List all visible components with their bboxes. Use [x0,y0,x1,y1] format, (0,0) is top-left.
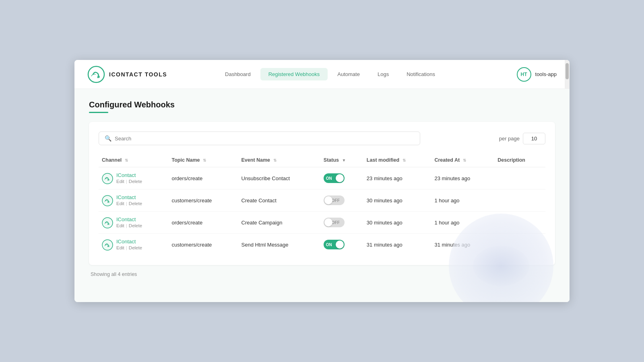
action-sep-1: | [126,201,127,206]
per-page-area: per page [499,133,545,144]
channel-name-2[interactable]: IContact [116,216,142,222]
sort-icon-last-modified[interactable]: ⇅ [402,158,406,162]
col-topic: Topic Name ⇅ [169,153,238,167]
col-event: Event Name ⇅ [238,153,320,167]
nav-dashboard[interactable]: Dashboard [217,68,259,80]
edit-link-1[interactable]: Edit [116,201,124,206]
delete-link-1[interactable]: Delete [129,201,142,206]
cell-event-2: Create Campaign [238,212,320,234]
cell-status-1: OFF [320,189,363,212]
action-sep-2: | [126,223,127,228]
main-nav: Dashboard Registered Webhooks Automate L… [168,68,492,80]
channel-name-0[interactable]: IContact [116,172,142,178]
cell-topic-2: orders/create [169,212,238,234]
table-header-row: Channel ⇅ Topic Name ⇅ Event Name ⇅ St [99,153,545,167]
toggle-label-2: OFF [332,220,340,225]
toggle-3[interactable]: ON [324,240,345,249]
delete-link-0[interactable]: Delete [129,179,142,184]
cell-topic-1: customers/create [169,189,238,212]
edit-link-3[interactable]: Edit [116,245,124,250]
cell-created-at-0: 23 minutes ago [431,167,494,189]
toggle-label-3: ON [326,243,332,247]
toggle-knob-0 [336,174,344,182]
table-card: 🔍 per page Channel ⇅ [89,122,555,265]
nav-logs[interactable]: Logs [369,68,397,80]
sort-icon-topic[interactable]: ⇅ [203,158,206,162]
channel-name-1[interactable]: IContact [116,194,142,200]
sort-icon-created-at[interactable]: ⇅ [463,158,466,162]
svg-point-7 [108,223,109,225]
col-created-at: Created At ⇅ [431,153,494,167]
table-row: IContact Edit | Delete orders/create Uns… [99,167,545,189]
svg-point-5 [108,201,109,203]
edit-link-0[interactable]: Edit [116,179,124,184]
user-name: tools-app [535,71,557,77]
cell-status-0: ON [320,167,363,189]
toggle-knob-2 [324,218,332,226]
cell-description-1 [494,189,545,212]
nav-notifications[interactable]: Notifications [398,68,443,80]
channel-icon-3 [102,239,113,251]
channel-actions-2: Edit | Delete [116,223,142,228]
col-channel: Channel ⇅ [99,153,169,167]
search-input[interactable] [115,136,414,142]
toggle-1[interactable]: OFF [324,195,345,205]
svg-point-8 [102,240,113,250]
sort-icon-channel[interactable]: ⇅ [125,158,128,162]
svg-point-6 [102,218,113,228]
svg-point-3 [108,179,109,181]
cell-topic-3: customers/create [169,234,238,256]
cell-status-3: ON [320,234,363,256]
nav-automate[interactable]: Automate [329,68,368,80]
channel-actions-1: Edit | Delete [116,201,142,206]
per-page-input[interactable] [523,133,545,144]
webhooks-table: Channel ⇅ Topic Name ⇅ Event Name ⇅ St [99,153,545,255]
app-window: ICONTACT TOOLS Dashboard Registered Webh… [74,60,570,302]
main-content: Configured Webhooks 🔍 per page [74,89,570,302]
cell-channel-1: IContact Edit | Delete [99,189,169,212]
col-last-modified: Last modified ⇅ [363,153,431,167]
cell-event-3: Send Html Message [238,234,320,256]
action-sep-0: | [126,179,127,184]
cell-last-modified-2: 30 minutes ago [363,212,431,234]
user-area: HT tools-app [492,67,557,82]
channel-icon-1 [102,195,113,206]
cell-created-at-2: 1 hour ago [431,212,494,234]
per-page-label: per page [499,136,520,142]
channel-actions-0: Edit | Delete [116,179,142,184]
cell-event-1: Create Contact [238,189,320,212]
table-row: IContact Edit | Delete orders/create Cre… [99,212,545,234]
toggle-label-0: ON [326,176,332,181]
filter-icon-status[interactable]: ▼ [342,158,346,162]
edit-link-2[interactable]: Edit [116,223,124,228]
table-row: IContact Edit | Delete customers/create … [99,234,545,256]
toggle-label-1: OFF [332,198,340,203]
header: ICONTACT TOOLS Dashboard Registered Webh… [74,60,570,89]
cell-event-0: Unsubscribe Contact [238,167,320,189]
page-title: Configured Webhooks [89,100,555,109]
scrollbar-thumb[interactable] [566,63,569,79]
svg-point-1 [97,76,100,78]
toggle-knob-1 [324,196,332,204]
toggle-0[interactable]: ON [324,173,345,183]
toggle-knob-3 [336,241,344,249]
delete-link-3[interactable]: Delete [129,245,142,250]
delete-link-2[interactable]: Delete [129,223,142,228]
svg-point-2 [102,173,113,184]
channel-icon-0 [102,173,113,184]
cell-created-at-3: 31 minutes ago [431,234,494,256]
channel-name-3[interactable]: IContact [116,239,142,245]
sort-icon-event[interactable]: ⇅ [273,158,277,162]
cell-status-2: OFF [320,212,363,234]
cell-last-modified-3: 31 minutes ago [363,234,431,256]
cell-last-modified-0: 23 minutes ago [363,167,431,189]
channel-icon-2 [102,217,113,228]
toggle-2[interactable]: OFF [324,218,345,227]
search-box: 🔍 [99,132,420,145]
cell-last-modified-1: 30 minutes ago [363,189,431,212]
avatar[interactable]: HT [517,67,531,82]
cell-channel-3: IContact Edit | Delete [99,234,169,256]
cell-description-0 [494,167,545,189]
nav-registered-webhooks[interactable]: Registered Webhooks [260,68,328,80]
cell-description-2 [494,212,545,234]
